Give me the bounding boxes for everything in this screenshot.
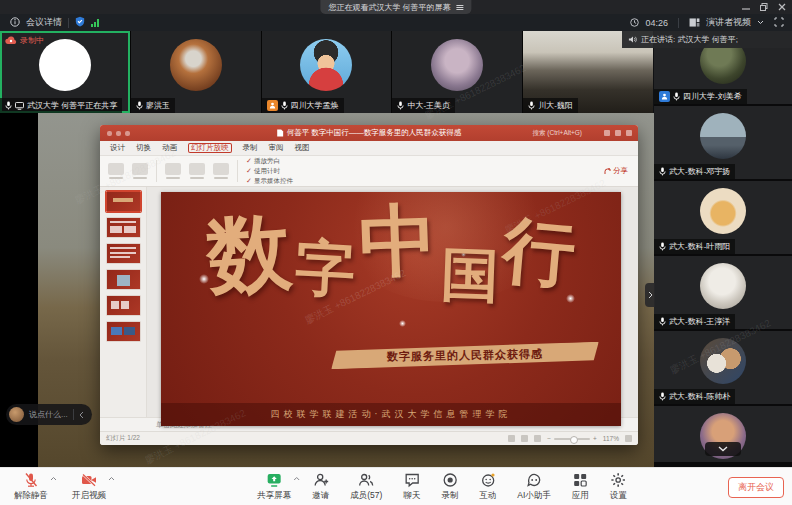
window-titlebar: 您正在观看武汉大学 何善平的屏幕 bbox=[0, 0, 792, 14]
restore-button[interactable] bbox=[760, 3, 768, 11]
avatar bbox=[431, 39, 483, 91]
tab-review[interactable]: 审阅 bbox=[269, 143, 284, 153]
option-media-controls[interactable]: ✓显示媒体控件 bbox=[246, 177, 293, 186]
wps-quickbar-icons bbox=[107, 131, 130, 136]
participant-name: 中大-王美贞 bbox=[407, 100, 450, 111]
quick-chat-bubble[interactable]: 说点什么... bbox=[6, 404, 92, 425]
watching-banner[interactable]: 您正在观看武汉大学 何善平的屏幕 bbox=[320, 0, 471, 14]
video-tile-presenter[interactable]: 录制中 武汉大学 何善平正在共享 bbox=[0, 31, 130, 113]
leave-meeting-button[interactable]: 离开会议 bbox=[728, 477, 784, 498]
clock-icon bbox=[630, 18, 639, 27]
video-tile[interactable]: 四川大学孟焕 bbox=[262, 31, 392, 113]
avatar bbox=[700, 338, 746, 384]
view-mode-selector[interactable]: 演讲者视频 bbox=[689, 16, 764, 29]
ribbon-button[interactable] bbox=[132, 163, 148, 179]
tab-transition[interactable]: 切换 bbox=[136, 143, 151, 153]
bottom-toolbar: 解除静音 开启视频 共享屏幕 邀请 成员(57) bbox=[0, 467, 792, 505]
member-icon bbox=[659, 91, 670, 102]
participant-name: 武汉大学 何善平正在共享 bbox=[27, 100, 117, 111]
scroll-more-button[interactable] bbox=[705, 442, 741, 456]
video-tile[interactable]: 武大-数科-王淳洋 bbox=[654, 256, 792, 329]
participant-name: 武大-数科-王淳洋 bbox=[669, 316, 730, 327]
slide-thumbnail[interactable] bbox=[106, 217, 141, 238]
participant-name: 四川大学-刘美希 bbox=[683, 91, 742, 102]
view-play-icon[interactable] bbox=[534, 435, 541, 442]
avatar bbox=[700, 113, 746, 159]
wps-search[interactable]: 搜索 (Ctrl+Alt+G) bbox=[533, 129, 582, 138]
minimize-button[interactable] bbox=[742, 3, 750, 11]
fit-window-icon[interactable] bbox=[625, 435, 632, 442]
slide-thumbnail[interactable] bbox=[106, 321, 141, 342]
share-button[interactable]: 分享 bbox=[604, 166, 628, 176]
ribbon-button[interactable] bbox=[165, 163, 181, 179]
start-video-button[interactable]: 开启视频 bbox=[72, 472, 106, 502]
video-tile[interactable]: 武大-数科-邓宇扬 bbox=[654, 106, 792, 179]
video-tile[interactable]: 中大-王美贞 bbox=[392, 31, 522, 113]
members-button[interactable]: 成员(57) bbox=[350, 472, 382, 502]
share-screen-button[interactable]: 共享屏幕 bbox=[257, 472, 291, 502]
wps-window-buttons[interactable] bbox=[604, 130, 632, 136]
record-button[interactable]: 录制 bbox=[441, 472, 458, 502]
slide-thumbnail[interactable] bbox=[106, 243, 141, 264]
avatar bbox=[9, 407, 24, 422]
fullscreen-icon[interactable] bbox=[774, 17, 784, 29]
mic-icon bbox=[5, 101, 12, 110]
ribbon-button[interactable] bbox=[213, 163, 229, 179]
tab-slideshow[interactable]: 幻灯片放映 bbox=[188, 143, 232, 153]
chevron-up-icon[interactable] bbox=[293, 476, 300, 481]
zoom-slider[interactable]: −+ bbox=[547, 435, 597, 442]
info-icon[interactable] bbox=[10, 17, 20, 29]
banner-menu-icon[interactable] bbox=[457, 5, 464, 10]
video-tile[interactable]: 廖洪玉 bbox=[131, 31, 261, 113]
shield-check-icon[interactable] bbox=[75, 16, 85, 29]
option-narration[interactable]: ✓播放旁白 bbox=[246, 157, 293, 166]
close-icon[interactable] bbox=[778, 3, 786, 11]
unmute-button[interactable]: 解除静音 bbox=[14, 472, 48, 502]
view-mode-label: 演讲者视频 bbox=[706, 16, 751, 29]
tab-design[interactable]: 设计 bbox=[110, 143, 125, 153]
ribbon-button[interactable] bbox=[189, 163, 205, 179]
slide-thumbnail[interactable] bbox=[106, 191, 141, 212]
current-slide: 数字中国行 数字服务里的人民群众获得感 四校联学联建活动·武汉大学信息管理学院 bbox=[161, 192, 621, 426]
view-normal-icon[interactable] bbox=[508, 435, 515, 442]
wps-status-bar: 幻灯片 1/22 −+ 117% bbox=[100, 431, 638, 445]
tab-record[interactable]: 录制 bbox=[243, 143, 258, 153]
slideshow-options: ✓播放旁白 ✓使用计时 ✓显示媒体控件 bbox=[246, 157, 293, 186]
view-sorter-icon[interactable] bbox=[521, 435, 528, 442]
network-signal-icon bbox=[91, 19, 99, 27]
settings-button[interactable]: 设置 bbox=[610, 472, 627, 502]
camera-off-icon bbox=[81, 472, 97, 488]
ai-assistant-button[interactable]: AI小助手 bbox=[517, 472, 551, 502]
participant-name: 四川大学孟焕 bbox=[291, 100, 339, 111]
chevron-left-icon[interactable] bbox=[79, 411, 84, 419]
layout-icon bbox=[689, 18, 700, 27]
apps-button[interactable]: 应用 bbox=[572, 472, 589, 502]
mic-icon bbox=[659, 392, 666, 401]
video-tile[interactable]: 武大-数科-叶雨阳 bbox=[654, 181, 792, 254]
chevron-down-icon bbox=[757, 20, 764, 25]
slide-thumbnail[interactable] bbox=[106, 295, 141, 316]
option-timings[interactable]: ✓使用计时 bbox=[246, 167, 293, 176]
record-icon bbox=[442, 472, 458, 488]
video-tile[interactable]: 武大-数科-陈帅朴 bbox=[654, 331, 792, 404]
watching-banner-text: 您正在观看武汉大学 何善平的屏幕 bbox=[328, 2, 450, 13]
tab-animation[interactable]: 动画 bbox=[162, 143, 177, 153]
meeting-details-link[interactable]: 会议详情 bbox=[26, 16, 62, 29]
sidebar-collapse-handle[interactable] bbox=[645, 283, 655, 307]
mic-icon bbox=[397, 101, 404, 110]
chevron-up-icon[interactable] bbox=[50, 476, 57, 481]
ribbon-button[interactable] bbox=[108, 163, 124, 179]
video-tile[interactable] bbox=[654, 406, 792, 462]
chevron-up-icon[interactable] bbox=[108, 476, 115, 481]
tab-view[interactable]: 视图 bbox=[295, 143, 310, 153]
cloud-record-icon bbox=[5, 36, 17, 45]
slide-subtitle-banner: 数字服务里的人民群众获得感 bbox=[331, 342, 599, 370]
invite-button[interactable]: 邀请 bbox=[312, 472, 329, 502]
speaking-text: 正在讲话: 武汉大学 何善平; bbox=[641, 34, 738, 45]
avatar bbox=[700, 188, 746, 234]
slide-thumbnail[interactable] bbox=[106, 269, 141, 290]
participant-name: 武大-数科-叶雨阳 bbox=[669, 241, 730, 252]
chat-button[interactable]: 聊天 bbox=[403, 472, 420, 502]
reactions-button[interactable]: 互动 bbox=[479, 472, 496, 502]
chat-input-placeholder[interactable]: 说点什么... bbox=[29, 409, 68, 420]
